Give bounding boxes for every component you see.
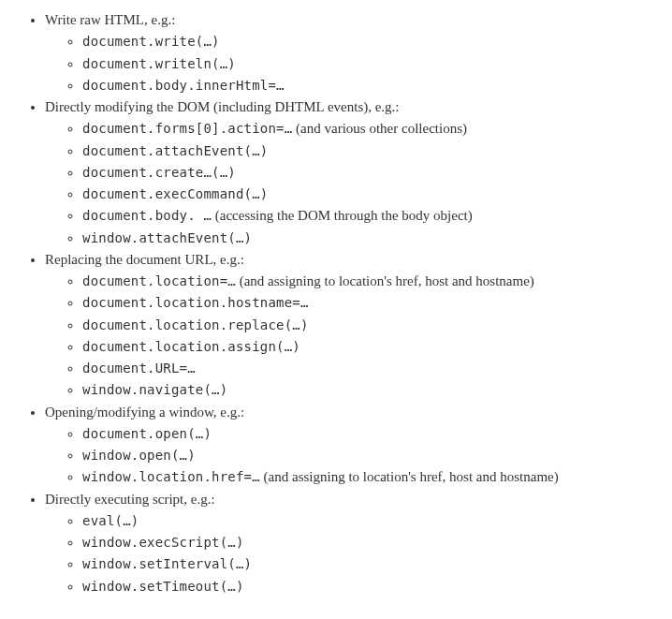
code-text: window.navigate(…) [82,382,227,397]
example-list: document.forms[0].action=… (and various … [45,118,653,249]
code-text: eval(…) [82,513,139,528]
example-item: document.URL=… [82,358,653,379]
example-item: window.location.href=… (and assigning to… [82,466,653,488]
code-text: window.attachEvent(…) [82,230,252,245]
example-item: document.attachEvent(…) [82,140,653,162]
example-item: document.execCommand(…) [82,184,653,205]
code-text: window.open(…) [82,448,196,463]
example-item: window.execScript(…) [82,532,653,553]
example-item: document.write(…) [82,31,653,52]
note-text: (and assigning to location's href, host … [260,469,559,484]
code-text: window.execScript(…) [82,535,244,550]
category-title: Opening/modifying a window, e.g.: [45,405,244,420]
example-list: eval(…)window.execScript(…)window.setInt… [45,510,653,597]
example-item: document.location.assign(…) [82,336,653,358]
example-item: eval(…) [82,510,653,532]
code-text: window.setInterval(…) [82,556,252,571]
code-text: document.location.replace(…) [82,317,309,332]
example-item: document.body. … (accessing the DOM thro… [82,205,653,227]
example-item: document.location.replace(…) [82,315,653,336]
example-list: document.open(…)window.open(…)window.loc… [45,423,653,489]
category-item: Directly executing script, e.g.:eval(…)w… [45,489,653,597]
category-item: Replacing the document URL, e.g.:documen… [45,249,653,402]
example-item: window.attachEvent(…) [82,228,653,249]
example-item: window.navigate(…) [82,379,653,401]
category-list: Write raw HTML, e.g.:document.write(…)do… [19,9,653,597]
code-text: document.body. … [82,208,212,223]
code-text: document.location.assign(…) [82,339,300,354]
note-text: (and assigning to location's href, host … [236,273,534,288]
code-text: document.location.hostname=… [82,295,309,310]
code-text: document.location=… [82,273,236,288]
code-text: window.location.href=… [82,469,260,484]
code-text: document.body.innerHtml=… [82,78,285,93]
code-text: document.write(…) [82,34,220,49]
example-item: document.open(…) [82,423,653,445]
category-title: Directly executing script, e.g.: [45,492,215,507]
code-text: document.execCommand(…) [82,186,268,201]
note-text: (accessing the DOM through the body obje… [212,208,473,223]
category-title: Directly modifying the DOM (including DH… [45,99,400,114]
example-item: document.body.innerHtml=… [82,75,653,96]
code-text: document.URL=… [82,361,196,376]
code-text: window.setTimeout(…) [82,579,244,594]
code-text: document.open(…) [82,426,212,441]
example-item: window.setTimeout(…) [82,576,653,597]
category-item: Directly modifying the DOM (including DH… [45,96,653,249]
category-title: Replacing the document URL, e.g.: [45,252,244,267]
code-text: document.forms[0].action=… [82,121,292,136]
category-item: Opening/modifying a window, e.g.:documen… [45,402,653,489]
example-item: document.create…(…) [82,162,653,184]
example-list: document.write(…)document.writeln(…)docu… [45,31,653,96]
example-item: document.forms[0].action=… (and various … [82,118,653,140]
category-item: Write raw HTML, e.g.:document.write(…)do… [45,9,653,96]
code-text: document.create…(…) [82,165,236,180]
example-item: window.setInterval(…) [82,553,653,575]
category-title: Write raw HTML, e.g.: [45,12,175,27]
example-item: document.writeln(…) [82,53,653,75]
example-item: document.location=… (and assigning to lo… [82,271,653,292]
example-list: document.location=… (and assigning to lo… [45,271,653,402]
code-text: document.writeln(…) [82,56,236,71]
example-item: document.location.hostname=… [82,292,653,314]
code-text: document.attachEvent(…) [82,143,268,158]
note-text: (and various other collections) [292,121,467,136]
example-item: window.open(…) [82,445,653,466]
